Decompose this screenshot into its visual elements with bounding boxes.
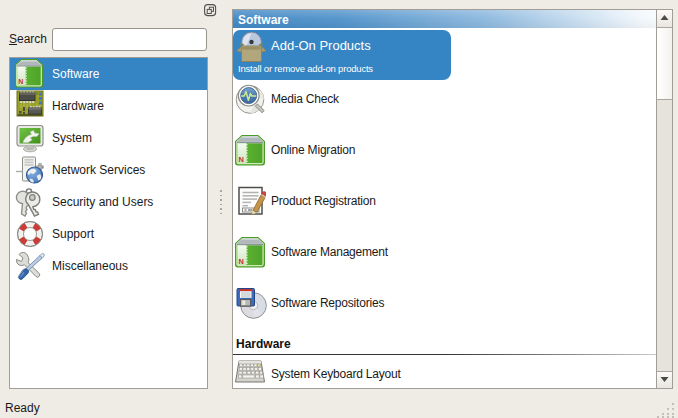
svg-text:N: N	[18, 78, 23, 85]
svg-text:N: N	[239, 256, 244, 265]
svg-text:N: N	[239, 154, 244, 163]
